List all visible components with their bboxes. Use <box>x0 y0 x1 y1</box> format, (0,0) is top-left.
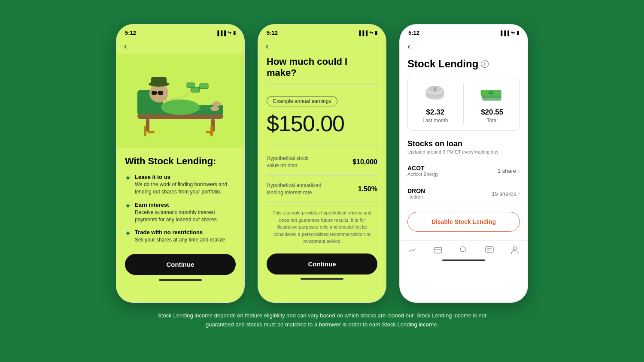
disable-stock-lending-button[interactable]: Disable Stock Lending <box>407 212 520 232</box>
back-button-3[interactable]: ‹ <box>400 39 528 54</box>
status-icons-1: ▐▐▐ ↬ ▮ <box>216 30 236 36</box>
total-label: Total <box>479 118 505 124</box>
calc-value-1: $10,000 <box>352 158 377 166</box>
nav-chart-icon[interactable] <box>407 245 418 255</box>
phone-2: 5:12 ▐▐▐ ↬ ▮ ‹ How much could I make? Ex… <box>258 24 386 303</box>
svg-point-44 <box>513 247 516 250</box>
phone-1: 5:12 ▐▐▐ ↬ ▮ ‹ <box>116 24 245 303</box>
svg-text:$: $ <box>434 87 437 92</box>
last-month-label: Last month <box>422 118 448 124</box>
phone2-title: How much could I make? <box>267 56 377 78</box>
svg-point-39 <box>460 247 465 252</box>
phone1-content: With Stock Lending: ✦ Leave it to us We … <box>116 148 244 289</box>
svg-rect-19 <box>200 84 208 89</box>
bullet-icon-2: ✦ <box>125 202 131 210</box>
stocks-update-text: Updated around 3 PM ET every trading day <box>407 149 520 154</box>
svg-rect-37 <box>434 247 442 253</box>
big-amount: $150.00 <box>267 111 377 136</box>
total-amount: $20.55 <box>479 108 505 117</box>
stock-row-1[interactable]: ACOT Apricot Energy 1 share › <box>407 160 520 182</box>
nav-search-icon[interactable] <box>459 245 469 255</box>
back-button-2[interactable]: ‹ <box>258 39 386 54</box>
divider-mid <box>267 145 377 145</box>
list-item: ✦ Trade with no restrictions Sell your s… <box>125 229 236 244</box>
svg-line-40 <box>465 251 467 254</box>
stock-row-2[interactable]: DRON Hedron 15 shares › <box>407 182 520 205</box>
calc-row-1: Hypothetical stock value on loan $10,000 <box>267 149 377 176</box>
home-indicator-2 <box>301 278 343 280</box>
phone3-content: Stock Lending i $ <box>400 54 528 240</box>
earnings-item-total: $20.55 Total <box>479 83 505 124</box>
calc-value-2: 1.50% <box>358 185 377 193</box>
calc-label-2: Hypothetical annualized lending interest… <box>267 182 321 196</box>
bottom-nav <box>400 240 528 258</box>
stock-shares-1: 1 share › <box>498 167 520 174</box>
phone-3: 5:12 ▐▐▐ ↬ ▮ ‹ Stock Lending i <box>399 24 528 303</box>
nav-person-icon[interactable] <box>510 245 520 255</box>
stock-name-2: Hedron <box>407 194 425 199</box>
svg-line-13 <box>185 90 191 97</box>
svg-rect-22 <box>148 131 155 133</box>
status-bar-1: 5:12 ▐▐▐ ↬ ▮ <box>116 24 244 39</box>
continue-button-1[interactable]: Continue <box>125 254 236 275</box>
status-icons-3: ▐▐▐ ↬ ▮ <box>499 30 519 36</box>
chevron-right-icon-2: › <box>518 190 520 197</box>
footer-text: Stock Lending income depends on feature … <box>146 311 498 329</box>
status-icons-2: ▐▐▐ ↬ ▮ <box>358 30 377 36</box>
bullet-icon-3: ✦ <box>125 229 131 238</box>
back-button-1[interactable]: ‹ <box>116 39 244 54</box>
time-3: 5:12 <box>408 30 419 36</box>
stocks-section-title: Stocks on loan <box>407 139 520 148</box>
chevron-right-icon-1: › <box>518 167 520 174</box>
time-2: 5:12 <box>267 30 278 36</box>
svg-point-36 <box>489 90 493 94</box>
svg-point-5 <box>161 100 200 115</box>
phone2-content: How much could I make? Example annual ea… <box>258 54 386 282</box>
disclaimer-text: This example provides hypothetical retur… <box>267 209 377 245</box>
nav-chat-icon[interactable] <box>484 245 495 255</box>
svg-rect-24 <box>206 131 213 133</box>
earnings-badge: Example annual earnings <box>267 96 337 106</box>
money-image <box>479 83 505 105</box>
continue-button-2[interactable]: Continue <box>267 253 377 275</box>
phones-container: 5:12 ▐▐▐ ↬ ▮ ‹ <box>116 24 528 303</box>
ticker-2: DRON <box>407 187 425 194</box>
nav-card-icon[interactable] <box>433 245 443 255</box>
home-indicator-1 <box>159 279 202 281</box>
feature-title-1: Leave it to us <box>135 174 236 180</box>
calc-label-1: Hypothetical stock value on loan <box>267 155 308 169</box>
svg-rect-7 <box>152 91 157 95</box>
feature-title-2: Earn interest <box>135 202 236 208</box>
status-bar-3: 5:12 ▐▐▐ ↬ ▮ <box>400 24 528 39</box>
earnings-item-monthly: $ $2.32 Last month <box>422 83 448 124</box>
coin-image: $ <box>422 83 448 105</box>
svg-point-16 <box>213 101 221 106</box>
svg-rect-21 <box>144 126 146 136</box>
home-indicator-3 <box>442 259 485 261</box>
feature-title-3: Trade with no restrictions <box>135 229 225 235</box>
svg-rect-41 <box>486 247 493 252</box>
svg-rect-11 <box>151 77 167 85</box>
earnings-card-divider <box>463 83 464 124</box>
feature-desc-1: We do the work of finding borrowers and … <box>135 181 236 196</box>
illustration-1 <box>116 54 244 148</box>
divider-top <box>267 84 377 85</box>
svg-rect-18 <box>191 87 200 92</box>
last-month-amount: $2.32 <box>422 108 448 117</box>
character-svg <box>125 58 236 144</box>
svg-rect-1 <box>146 119 149 132</box>
ticker-1: ACOT <box>407 165 438 172</box>
page-title: Stock Lending i <box>407 58 520 70</box>
calc-row-2: Hypothetical annualized lending interest… <box>267 176 377 203</box>
list-item: ✦ Leave it to us We do the work of findi… <box>125 174 236 196</box>
stock-shares-2: 15 shares › <box>492 190 520 197</box>
info-icon[interactable]: i <box>481 60 489 68</box>
earnings-card: $ $2.32 Last month <box>407 76 520 131</box>
feature-list: ✦ Leave it to us We do the work of findi… <box>125 174 236 244</box>
stock-name-1: Apricot Energy <box>407 172 438 177</box>
feature-desc-2: Receive automatic monthly interest payme… <box>135 209 236 223</box>
feature-desc-3: Sell your shares at any time and realize <box>135 236 225 244</box>
bullet-icon-1: ✦ <box>125 174 131 182</box>
time-1: 5:12 <box>125 30 136 36</box>
phone1-title: With Stock Lending: <box>125 156 236 167</box>
